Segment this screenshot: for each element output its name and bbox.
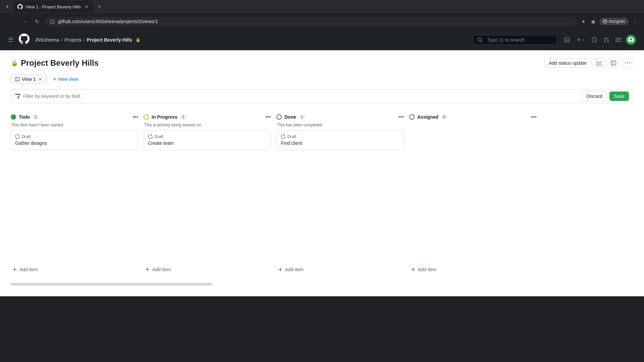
add-item-btn-inprogress[interactable]: Add item	[144, 264, 271, 275]
column-header-done: Done 1 •••	[276, 110, 404, 123]
incognito-badge: Incognito	[599, 18, 629, 25]
column-desc-done: This has been completed	[276, 123, 404, 127]
draft-text: Draft	[155, 134, 163, 139]
column-count-inprogress: 1	[180, 115, 186, 119]
project-lock-icon: 🔒	[11, 59, 18, 67]
column-todo: Todo 1 ••• This item hasn't been started…	[11, 110, 138, 275]
card-title: Find client	[281, 140, 399, 146]
breadcrumb-sep1: /	[61, 37, 62, 43]
nav-back-btn[interactable]: ←	[5, 17, 16, 26]
scroll-bar[interactable]	[11, 283, 212, 286]
user-avatar[interactable]	[626, 35, 636, 45]
card-item[interactable]: Draft Find client	[276, 130, 404, 150]
draft-icon	[148, 134, 153, 139]
view-tab-label: View 1	[22, 76, 36, 82]
column-count-done: 1	[299, 115, 305, 119]
breadcrumb-sep2: /	[84, 37, 85, 43]
card-title: Create team	[148, 140, 267, 146]
column-desc-todo: This item hasn't been started	[11, 123, 138, 127]
add-status-btn[interactable]: Add status update	[544, 58, 591, 68]
breadcrumb-lock-icon: 🔒	[136, 38, 141, 42]
save-btn[interactable]: Save	[609, 92, 629, 101]
tab-title: View 1 · Project Beverly Hills	[25, 4, 81, 9]
address-input[interactable]: github.com/users/JNSsheena/projects/2/vi…	[45, 17, 577, 26]
project-header: 🔒 Project Beverly Hills Add status updat…	[11, 58, 633, 68]
column-menu-btn-done[interactable]: •••	[398, 114, 404, 120]
breadcrumb-project: Project Beverly Hills	[87, 37, 132, 43]
discard-btn[interactable]: Discard	[582, 92, 607, 101]
incognito-label: Incognito	[609, 19, 625, 24]
add-item-btn-todo[interactable]: Add item	[11, 264, 138, 275]
column-menu-btn-assigned[interactable]: •••	[531, 114, 537, 120]
bookmark-icon[interactable]: ★	[580, 17, 587, 25]
tab-arrow-back[interactable]: ▼	[3, 2, 12, 11]
view-tab-view1[interactable]: View 1 ▼	[11, 74, 47, 84]
column-menu-btn-inprogress[interactable]: •••	[265, 114, 271, 120]
screen-icon[interactable]: ▣	[590, 17, 597, 25]
add-item-btn-assigned[interactable]: Add item	[409, 264, 537, 275]
column-inprogress: In Progress 1 ••• This is actively being…	[144, 110, 271, 275]
card-draft-label: Draft	[15, 134, 134, 139]
tab-close-btn[interactable]: ✕	[84, 4, 90, 10]
column-header-todo: Todo 1 •••	[11, 110, 138, 123]
card-item[interactable]: Draft Gather designs	[11, 130, 138, 150]
column-header-inprogress: In Progress 1 •••	[144, 110, 271, 123]
column-count-assigned: 0	[441, 115, 447, 119]
column-body-assigned	[409, 123, 537, 264]
filter-icon	[15, 94, 20, 99]
search-input[interactable]: Type / to search	[473, 35, 557, 45]
terminal-btn[interactable]	[562, 35, 572, 45]
pr-btn[interactable]	[602, 35, 611, 45]
draft-text: Draft	[22, 134, 31, 139]
column-body-inprogress: Draft Create team	[144, 130, 271, 264]
draft-icon	[15, 134, 20, 139]
draft-text: Draft	[287, 134, 296, 139]
column-title-assigned: Assigned	[417, 114, 438, 120]
more-options-btn[interactable]	[622, 58, 633, 68]
new-tab-btn[interactable]: +	[95, 1, 104, 12]
hamburger-icon[interactable]: ☰	[8, 36, 13, 44]
column-dot-todo	[11, 114, 16, 120]
new-view-label: New view	[58, 76, 78, 82]
add-item-btn-done[interactable]: Add item	[276, 264, 404, 275]
column-done: Done 1 ••• This has been completed Draft…	[276, 110, 404, 275]
inbox-btn[interactable]	[614, 35, 623, 45]
tab-favicon	[17, 4, 23, 9]
breadcrumb-username[interactable]: JNSsheena	[35, 37, 59, 43]
chart-btn[interactable]	[594, 58, 605, 68]
view-tab-dropdown-btn[interactable]: ▼	[38, 77, 43, 81]
filter-input[interactable]	[23, 94, 580, 99]
breadcrumb-projects[interactable]: Projects	[64, 37, 82, 43]
project-title-text: Project Beverly Hills	[21, 58, 99, 68]
column-title-todo: Todo	[19, 114, 30, 120]
column-assigned: Assigned 0 ••• Add item	[409, 110, 537, 275]
nav-refresh-btn[interactable]: ↻	[32, 17, 42, 26]
new-view-btn[interactable]: New view	[50, 75, 81, 83]
plus-btn[interactable]	[574, 35, 587, 45]
active-tab[interactable]: View 1 · Project Beverly Hills ✕	[13, 1, 94, 13]
search-placeholder: Type / to search	[487, 37, 525, 43]
column-header-assigned: Assigned 0 •••	[409, 110, 537, 123]
nav-forward-btn[interactable]: →	[19, 17, 30, 26]
column-count-todo: 1	[33, 115, 39, 119]
column-body-todo: Draft Gather designs	[11, 130, 138, 264]
breadcrumb: JNSsheena / Projects / Project Beverly H…	[35, 37, 141, 43]
column-title-inprogress: In Progress	[152, 114, 177, 120]
search-bar[interactable]: Type / to search	[473, 35, 557, 45]
card-item[interactable]: Draft Create team	[144, 130, 271, 150]
filter-bar: Discard Save	[11, 89, 633, 103]
column-menu-btn-todo[interactable]: •••	[132, 114, 138, 120]
card-draft-label: Draft	[281, 134, 399, 139]
project-title: 🔒 Project Beverly Hills	[11, 58, 99, 68]
view-bar: View 1 ▼ New view	[11, 74, 633, 84]
column-body-done: Draft Find client	[276, 130, 404, 264]
address-text: github.com/users/JNSsheena/projects/2/vi…	[58, 19, 158, 24]
issues-btn[interactable]	[590, 35, 599, 45]
github-logo[interactable]	[19, 34, 30, 46]
column-dot-assigned	[409, 114, 415, 120]
layout-btn[interactable]	[608, 58, 619, 68]
column-title-done: Done	[284, 114, 296, 120]
column-dot-inprogress	[144, 114, 149, 120]
column-desc-inprogress: This is actively being worked on	[144, 123, 271, 127]
menu-dots-icon[interactable]: ⋮	[631, 17, 639, 25]
